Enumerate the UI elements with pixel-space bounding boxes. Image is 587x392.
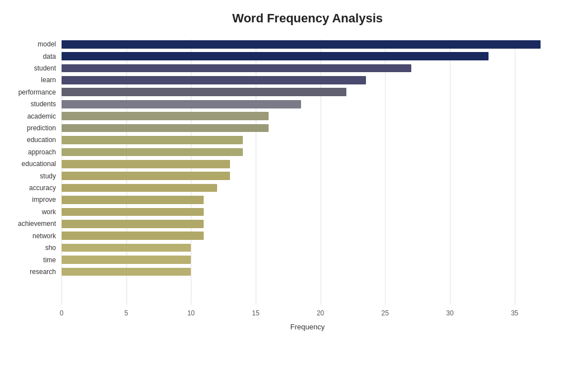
bar-row: prediction xyxy=(62,123,553,133)
chart-title: Word Frequency Analysis xyxy=(62,11,553,26)
bar-track xyxy=(62,135,553,145)
chart-inner: modeldatastudentlearnperformancestudents… xyxy=(62,39,553,305)
bar-row: student xyxy=(62,63,553,73)
bar xyxy=(62,64,411,73)
bar-track xyxy=(62,195,553,205)
bar-row: sho xyxy=(62,243,553,253)
bar-track xyxy=(62,51,553,61)
chart-area: modeldatastudentlearnperformancestudents… xyxy=(62,39,553,330)
bar-row: performance xyxy=(62,87,553,97)
bar-row: model xyxy=(62,39,553,49)
x-axis-label: 10 xyxy=(187,309,195,317)
bar xyxy=(62,232,204,240)
bar-label: work xyxy=(0,208,62,216)
x-axis-label: 0 xyxy=(60,309,64,317)
bar-track xyxy=(62,267,553,277)
bar-label: approach xyxy=(0,148,62,156)
bar-row: educational xyxy=(62,159,553,169)
bar xyxy=(62,208,204,216)
x-axis-label: 35 xyxy=(511,309,518,317)
bar xyxy=(62,196,204,204)
bar-label: prediction xyxy=(0,124,62,132)
bar-track xyxy=(62,87,553,97)
bar-row: network xyxy=(62,231,553,241)
bar-track xyxy=(62,183,553,193)
bar-track xyxy=(62,159,553,169)
bar-row: accuracy xyxy=(62,183,553,193)
bar-row: study xyxy=(62,171,553,181)
x-axis-label: 15 xyxy=(252,309,259,317)
bar-track xyxy=(62,254,553,265)
bar xyxy=(62,136,243,144)
bar-label: achievement xyxy=(0,220,62,228)
bar xyxy=(62,184,217,192)
x-axis-label: 5 xyxy=(124,309,128,317)
bar xyxy=(62,88,346,96)
bar-label: study xyxy=(0,172,62,180)
bar-row: learn xyxy=(62,75,553,85)
bar-label: academic xyxy=(0,112,62,120)
bar-track xyxy=(62,219,553,229)
bar-track xyxy=(62,171,553,181)
bar-track xyxy=(62,111,553,121)
bar xyxy=(62,76,366,84)
bar-label: model xyxy=(0,40,62,48)
bar-row: improve xyxy=(62,195,553,205)
bar-track xyxy=(62,99,553,109)
bar-row: research xyxy=(62,267,553,277)
bar-label: accuracy xyxy=(0,184,62,192)
bar-label: student xyxy=(0,64,62,72)
bar-label: data xyxy=(0,53,62,60)
bar xyxy=(62,112,269,120)
bar-label: learn xyxy=(0,76,62,84)
bar xyxy=(62,268,191,276)
bar-row: work xyxy=(62,207,553,217)
bar-label: education xyxy=(0,136,62,144)
bar-track xyxy=(62,147,553,157)
bar xyxy=(62,256,191,264)
bar-track xyxy=(62,63,553,73)
bar-row: time xyxy=(62,254,553,265)
bar-label: improve xyxy=(0,196,62,204)
bar xyxy=(62,100,301,108)
bar xyxy=(62,220,204,228)
bar xyxy=(62,40,541,49)
x-axis-label: 25 xyxy=(382,309,389,317)
bar xyxy=(62,52,489,60)
bar xyxy=(62,244,191,252)
bar-track xyxy=(62,123,553,133)
x-axis-label: 30 xyxy=(446,309,453,317)
bar-track xyxy=(62,231,553,241)
bar-track xyxy=(62,207,553,217)
bar-label: educational xyxy=(0,160,62,168)
bar xyxy=(62,124,269,133)
bar xyxy=(62,148,243,157)
bar-row: academic xyxy=(62,111,553,121)
bar-label: time xyxy=(0,256,62,264)
bar-track xyxy=(62,39,553,49)
bar-row: achievement xyxy=(62,219,553,229)
bar-track xyxy=(62,75,553,85)
bar xyxy=(62,160,230,168)
bar-label: research xyxy=(0,268,62,276)
bar-row: students xyxy=(62,99,553,109)
x-axis-label: 20 xyxy=(317,309,324,317)
bar-label: students xyxy=(0,100,62,108)
bar-label: performance xyxy=(0,88,62,96)
bar-row: education xyxy=(62,135,553,145)
bar-label: network xyxy=(0,232,62,240)
bars-container: modeldatastudentlearnperformancestudents… xyxy=(62,39,553,277)
x-axis-title: Frequency xyxy=(62,323,553,331)
x-axis-labels: 05101520253035 xyxy=(62,309,553,320)
bar-row: data xyxy=(62,51,553,61)
bar-label: sho xyxy=(0,244,62,252)
x-axis: 05101520253035 xyxy=(62,309,553,320)
chart-container: Word Frequency Analysis modeldatastudent… xyxy=(0,0,587,392)
bar-row: approach xyxy=(62,147,553,157)
bar-track xyxy=(62,243,553,253)
bar xyxy=(62,172,230,180)
